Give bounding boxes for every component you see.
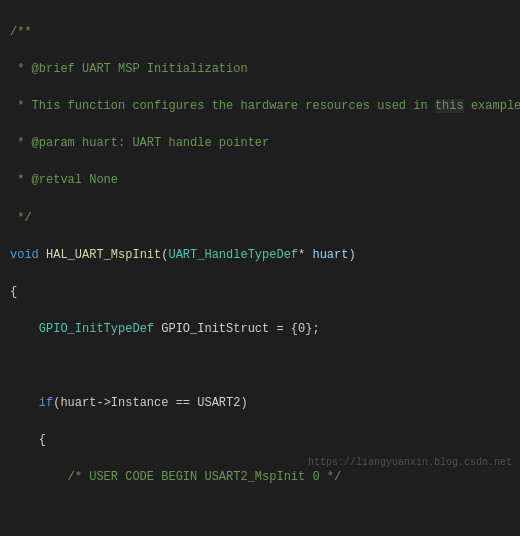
line-12: { <box>8 431 520 450</box>
line-5: * @retval None <box>8 171 520 190</box>
line-7: void HAL_UART_MspInit(UART_HandleTypeDef… <box>8 246 520 265</box>
watermark: https://liangyuanxin.blog.csdn.net <box>308 457 512 468</box>
code-content: /** * @brief UART MSP Initialization * T… <box>0 0 520 536</box>
line-9: GPIO_InitTypeDef GPIO_InitStruct = {0}; <box>8 320 520 339</box>
line-11: if(huart->Instance == USART2) <box>8 394 520 413</box>
code-editor: /** * @brief UART MSP Initialization * T… <box>0 0 520 536</box>
line-13: /* USER CODE BEGIN USART2_MspInit 0 */ <box>8 468 520 487</box>
line-4: * @param huart: UART handle pointer <box>8 134 520 153</box>
line-2: * @brief UART MSP Initialization <box>8 60 520 79</box>
line-1: /** <box>8 23 520 42</box>
line-8: { <box>8 283 520 302</box>
line-6: */ <box>8 209 520 228</box>
line-3: * This function configures the hardware … <box>8 97 520 116</box>
line-14 <box>8 505 520 523</box>
line-10 <box>8 357 520 375</box>
